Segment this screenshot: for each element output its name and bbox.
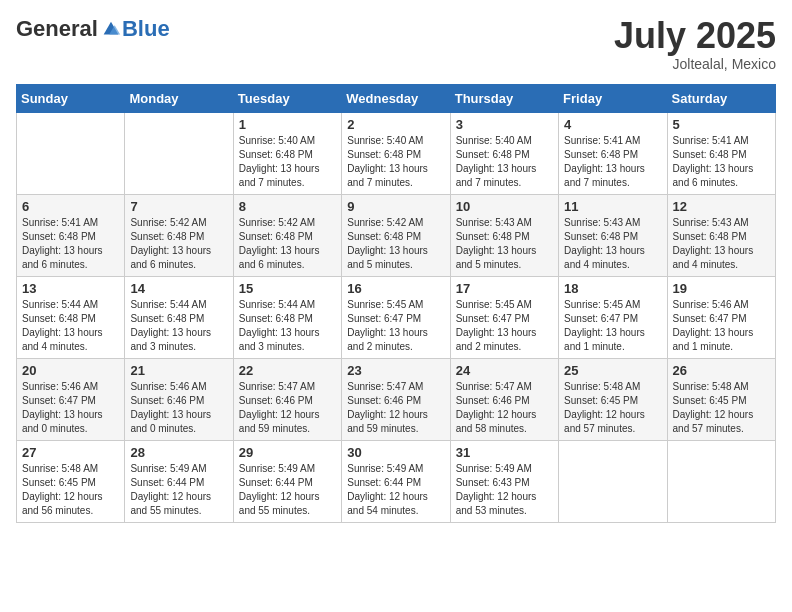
day-number: 6 [22, 199, 119, 214]
day-number: 17 [456, 281, 553, 296]
day-number: 30 [347, 445, 444, 460]
week-row-2: 6Sunrise: 5:41 AMSunset: 6:48 PMDaylight… [17, 194, 776, 276]
week-row-1: 1Sunrise: 5:40 AMSunset: 6:48 PMDaylight… [17, 112, 776, 194]
logo-blue-text: Blue [122, 16, 170, 42]
day-info: Sunrise: 5:40 AMSunset: 6:48 PMDaylight:… [239, 134, 336, 190]
day-number: 13 [22, 281, 119, 296]
day-cell: 21Sunrise: 5:46 AMSunset: 6:46 PMDayligh… [125, 358, 233, 440]
day-info: Sunrise: 5:46 AMSunset: 6:47 PMDaylight:… [673, 298, 770, 354]
logo-general-text: General [16, 16, 98, 42]
day-number: 20 [22, 363, 119, 378]
day-cell: 22Sunrise: 5:47 AMSunset: 6:46 PMDayligh… [233, 358, 341, 440]
day-info: Sunrise: 5:45 AMSunset: 6:47 PMDaylight:… [456, 298, 553, 354]
day-info: Sunrise: 5:48 AMSunset: 6:45 PMDaylight:… [564, 380, 661, 436]
day-number: 15 [239, 281, 336, 296]
day-cell: 20Sunrise: 5:46 AMSunset: 6:47 PMDayligh… [17, 358, 125, 440]
day-info: Sunrise: 5:45 AMSunset: 6:47 PMDaylight:… [564, 298, 661, 354]
month-title: July 2025 [614, 16, 776, 56]
day-info: Sunrise: 5:44 AMSunset: 6:48 PMDaylight:… [22, 298, 119, 354]
weekday-header-friday: Friday [559, 84, 667, 112]
day-number: 1 [239, 117, 336, 132]
day-info: Sunrise: 5:49 AMSunset: 6:43 PMDaylight:… [456, 462, 553, 518]
day-info: Sunrise: 5:49 AMSunset: 6:44 PMDaylight:… [347, 462, 444, 518]
day-info: Sunrise: 5:46 AMSunset: 6:47 PMDaylight:… [22, 380, 119, 436]
weekday-header-monday: Monday [125, 84, 233, 112]
weekday-header-saturday: Saturday [667, 84, 775, 112]
day-cell: 12Sunrise: 5:43 AMSunset: 6:48 PMDayligh… [667, 194, 775, 276]
day-info: Sunrise: 5:43 AMSunset: 6:48 PMDaylight:… [673, 216, 770, 272]
day-info: Sunrise: 5:47 AMSunset: 6:46 PMDaylight:… [347, 380, 444, 436]
day-info: Sunrise: 5:44 AMSunset: 6:48 PMDaylight:… [130, 298, 227, 354]
day-info: Sunrise: 5:49 AMSunset: 6:44 PMDaylight:… [130, 462, 227, 518]
day-info: Sunrise: 5:49 AMSunset: 6:44 PMDaylight:… [239, 462, 336, 518]
day-info: Sunrise: 5:45 AMSunset: 6:47 PMDaylight:… [347, 298, 444, 354]
weekday-header-tuesday: Tuesday [233, 84, 341, 112]
logo-icon [100, 18, 122, 40]
day-number: 12 [673, 199, 770, 214]
day-number: 19 [673, 281, 770, 296]
day-cell: 8Sunrise: 5:42 AMSunset: 6:48 PMDaylight… [233, 194, 341, 276]
week-row-5: 27Sunrise: 5:48 AMSunset: 6:45 PMDayligh… [17, 440, 776, 522]
day-number: 9 [347, 199, 444, 214]
day-number: 27 [22, 445, 119, 460]
day-number: 23 [347, 363, 444, 378]
day-cell: 1Sunrise: 5:40 AMSunset: 6:48 PMDaylight… [233, 112, 341, 194]
day-cell: 14Sunrise: 5:44 AMSunset: 6:48 PMDayligh… [125, 276, 233, 358]
day-cell: 18Sunrise: 5:45 AMSunset: 6:47 PMDayligh… [559, 276, 667, 358]
weekday-header-wednesday: Wednesday [342, 84, 450, 112]
day-info: Sunrise: 5:48 AMSunset: 6:45 PMDaylight:… [673, 380, 770, 436]
day-info: Sunrise: 5:48 AMSunset: 6:45 PMDaylight:… [22, 462, 119, 518]
day-number: 31 [456, 445, 553, 460]
day-cell: 23Sunrise: 5:47 AMSunset: 6:46 PMDayligh… [342, 358, 450, 440]
day-cell: 16Sunrise: 5:45 AMSunset: 6:47 PMDayligh… [342, 276, 450, 358]
day-cell: 15Sunrise: 5:44 AMSunset: 6:48 PMDayligh… [233, 276, 341, 358]
day-cell [17, 112, 125, 194]
day-info: Sunrise: 5:47 AMSunset: 6:46 PMDaylight:… [239, 380, 336, 436]
day-cell: 25Sunrise: 5:48 AMSunset: 6:45 PMDayligh… [559, 358, 667, 440]
day-cell: 10Sunrise: 5:43 AMSunset: 6:48 PMDayligh… [450, 194, 558, 276]
weekday-header-thursday: Thursday [450, 84, 558, 112]
day-info: Sunrise: 5:44 AMSunset: 6:48 PMDaylight:… [239, 298, 336, 354]
day-cell: 27Sunrise: 5:48 AMSunset: 6:45 PMDayligh… [17, 440, 125, 522]
day-number: 5 [673, 117, 770, 132]
weekday-header-sunday: Sunday [17, 84, 125, 112]
day-cell: 7Sunrise: 5:42 AMSunset: 6:48 PMDaylight… [125, 194, 233, 276]
title-block: July 2025 Joltealal, Mexico [614, 16, 776, 72]
week-row-3: 13Sunrise: 5:44 AMSunset: 6:48 PMDayligh… [17, 276, 776, 358]
day-number: 16 [347, 281, 444, 296]
day-cell: 5Sunrise: 5:41 AMSunset: 6:48 PMDaylight… [667, 112, 775, 194]
day-info: Sunrise: 5:42 AMSunset: 6:48 PMDaylight:… [239, 216, 336, 272]
day-cell: 3Sunrise: 5:40 AMSunset: 6:48 PMDaylight… [450, 112, 558, 194]
day-number: 22 [239, 363, 336, 378]
day-info: Sunrise: 5:43 AMSunset: 6:48 PMDaylight:… [456, 216, 553, 272]
day-number: 7 [130, 199, 227, 214]
day-cell: 29Sunrise: 5:49 AMSunset: 6:44 PMDayligh… [233, 440, 341, 522]
weekday-header-row: SundayMondayTuesdayWednesdayThursdayFrid… [17, 84, 776, 112]
day-info: Sunrise: 5:41 AMSunset: 6:48 PMDaylight:… [564, 134, 661, 190]
day-number: 18 [564, 281, 661, 296]
day-cell: 26Sunrise: 5:48 AMSunset: 6:45 PMDayligh… [667, 358, 775, 440]
day-cell [125, 112, 233, 194]
day-number: 3 [456, 117, 553, 132]
day-cell: 9Sunrise: 5:42 AMSunset: 6:48 PMDaylight… [342, 194, 450, 276]
logo: General Blue [16, 16, 170, 42]
day-cell: 11Sunrise: 5:43 AMSunset: 6:48 PMDayligh… [559, 194, 667, 276]
day-number: 11 [564, 199, 661, 214]
day-number: 28 [130, 445, 227, 460]
day-number: 24 [456, 363, 553, 378]
day-cell: 17Sunrise: 5:45 AMSunset: 6:47 PMDayligh… [450, 276, 558, 358]
week-row-4: 20Sunrise: 5:46 AMSunset: 6:47 PMDayligh… [17, 358, 776, 440]
day-cell: 28Sunrise: 5:49 AMSunset: 6:44 PMDayligh… [125, 440, 233, 522]
day-cell: 6Sunrise: 5:41 AMSunset: 6:48 PMDaylight… [17, 194, 125, 276]
day-cell: 19Sunrise: 5:46 AMSunset: 6:47 PMDayligh… [667, 276, 775, 358]
day-cell [559, 440, 667, 522]
day-number: 8 [239, 199, 336, 214]
day-info: Sunrise: 5:40 AMSunset: 6:48 PMDaylight:… [347, 134, 444, 190]
day-info: Sunrise: 5:41 AMSunset: 6:48 PMDaylight:… [22, 216, 119, 272]
day-info: Sunrise: 5:42 AMSunset: 6:48 PMDaylight:… [130, 216, 227, 272]
location-text: Joltealal, Mexico [614, 56, 776, 72]
day-info: Sunrise: 5:41 AMSunset: 6:48 PMDaylight:… [673, 134, 770, 190]
day-cell: 2Sunrise: 5:40 AMSunset: 6:48 PMDaylight… [342, 112, 450, 194]
day-number: 2 [347, 117, 444, 132]
day-info: Sunrise: 5:46 AMSunset: 6:46 PMDaylight:… [130, 380, 227, 436]
